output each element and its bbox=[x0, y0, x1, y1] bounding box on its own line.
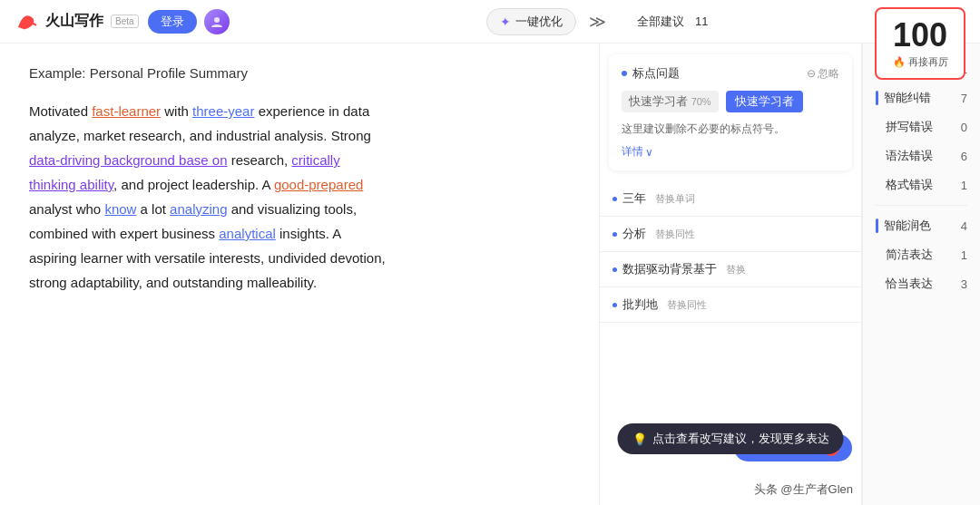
score-subtitle: 🔥 再接再厉 bbox=[893, 55, 948, 69]
right-count-polish: 4 bbox=[961, 219, 967, 233]
card-header: 标点问题 ⊖ 忽略 bbox=[622, 65, 839, 82]
logo-text: 火山写作 bbox=[45, 12, 103, 31]
suggestion-item-tag-3: 替换同性 bbox=[667, 298, 707, 312]
suggestion-item-0[interactable]: 三年 替换单词 bbox=[600, 181, 861, 217]
suggestion-item-tag-0: 替换单词 bbox=[655, 192, 695, 206]
right-panel: 全部建议 11 智能纠错 7 拼写错误 0 语法错误 6 bbox=[862, 44, 980, 505]
word-suggested[interactable]: 快速学习者 bbox=[726, 91, 803, 112]
suggestion-panel: 标点问题 ⊖ 忽略 快速学习者 70% 快速学习者 这里建议删除不必要的标点符号… bbox=[599, 44, 862, 505]
avatar-icon bbox=[210, 15, 224, 29]
highlight-analyzing: analyzing bbox=[170, 201, 227, 217]
suggestion-item-3[interactable]: 批判地 替换同性 bbox=[600, 287, 861, 323]
right-label-grammar: 语法错误 bbox=[886, 148, 933, 164]
highlight-three-year: three-year bbox=[192, 103, 254, 119]
login-button[interactable]: 登录 bbox=[148, 10, 197, 34]
dot-small-icon bbox=[612, 197, 617, 201]
logo-area: 火山写作 Beta bbox=[15, 9, 139, 34]
dot-small-icon-2 bbox=[612, 267, 617, 272]
right-label-format: 格式错误 bbox=[886, 177, 933, 193]
card-detail-button[interactable]: 详情 ∨ bbox=[622, 144, 839, 160]
editor-panel: Example: Personal Profile Summary Motiva… bbox=[0, 44, 599, 505]
fire-icon: 🔥 bbox=[893, 56, 906, 68]
score-box: 100 🔥 再接再厉 bbox=[875, 7, 965, 80]
right-label-spell: 拼写错误 bbox=[886, 119, 933, 135]
suggestion-item-text-3: 批判地 bbox=[622, 296, 658, 313]
right-bar-icon-2 bbox=[876, 219, 878, 233]
right-item-spell[interactable]: 拼写错误 0 bbox=[863, 112, 980, 141]
highlight-good-prepared: good-prepared bbox=[274, 177, 363, 192]
suggestion-item-1[interactable]: 分析 替换同性 bbox=[600, 217, 861, 252]
navbar: 火山写作 Beta 登录 ✦ 一键优化 ≫ 全部建议 11 100 🔥 再接再厉 bbox=[0, 0, 980, 44]
right-label-smart: 智能纠错 bbox=[884, 90, 931, 106]
optimize-button[interactable]: ✦ 一键优化 bbox=[486, 8, 576, 35]
word-original: 快速学习者 70% bbox=[622, 91, 719, 112]
right-count-grammar: 6 bbox=[961, 150, 967, 163]
suggestion-item-tag-2: 替换 bbox=[726, 263, 746, 277]
card-type: 标点问题 bbox=[632, 65, 680, 82]
right-label-proper: 恰当表达 bbox=[886, 276, 933, 292]
beta-badge: Beta bbox=[111, 15, 139, 28]
right-item-polish[interactable]: 智能润色 4 bbox=[863, 211, 980, 240]
logo-icon bbox=[15, 9, 40, 34]
highlight-data-driving: data-driving background base on bbox=[29, 152, 227, 168]
right-count-proper: 3 bbox=[961, 277, 967, 291]
watermark: 头条 @生产者Glen bbox=[754, 481, 853, 498]
right-item-concise[interactable]: 简洁表达 1 bbox=[863, 240, 980, 269]
dot-small-icon-3 bbox=[612, 303, 617, 307]
suggestions-count: 11 bbox=[695, 15, 708, 28]
highlight-analytical: analytical bbox=[219, 226, 276, 241]
right-count-spell: 0 bbox=[961, 121, 967, 134]
right-divider bbox=[876, 205, 967, 206]
main-content: Example: Personal Profile Summary Motiva… bbox=[0, 44, 980, 505]
right-item-format[interactable]: 格式错误 1 bbox=[863, 170, 980, 199]
nav-center: ✦ 一键优化 ≫ 全部建议 11 bbox=[230, 8, 965, 35]
suggestions-label: 全部建议 bbox=[637, 14, 684, 30]
bulb-icon: 💡 bbox=[632, 432, 647, 446]
right-item-grammar[interactable]: 语法错误 6 bbox=[863, 141, 980, 170]
suggestion-item-2[interactable]: 数据驱动背景基于 替换 bbox=[600, 252, 861, 287]
right-label-polish: 智能润色 bbox=[884, 218, 931, 234]
card-desc: 这里建议删除不必要的标点符号。 bbox=[622, 121, 839, 137]
more-button[interactable]: ≫ bbox=[583, 12, 612, 32]
highlight-fast-learner: fast-learner bbox=[92, 103, 161, 119]
suggestion-item-tag-1: 替换同性 bbox=[655, 228, 695, 241]
card-header-left: 标点问题 bbox=[622, 65, 680, 82]
star-icon: ✦ bbox=[500, 15, 511, 29]
right-count-concise: 1 bbox=[961, 248, 967, 262]
right-label-concise: 简洁表达 bbox=[886, 247, 933, 263]
suggestion-item-text-1: 分析 bbox=[622, 226, 646, 242]
doc-title: Example: Personal Profile Summary bbox=[29, 65, 570, 81]
dot-icon bbox=[622, 71, 627, 76]
suggestion-item-text-0: 三年 bbox=[622, 190, 646, 207]
doc-body[interactable]: Motivated fast-learner with three-year e… bbox=[29, 99, 570, 295]
suggestion-card: 标点问题 ⊖ 忽略 快速学习者 70% 快速学习者 这里建议删除不必要的标点符号… bbox=[609, 54, 852, 170]
svg-point-0 bbox=[214, 17, 220, 23]
right-count-format: 1 bbox=[961, 179, 967, 192]
score-number: 100 bbox=[893, 19, 947, 52]
word-options: 快速学习者 70% 快速学习者 bbox=[622, 91, 839, 112]
tooltip-popup: 💡 点击查看改写建议，发现更多表达 bbox=[618, 423, 844, 454]
dot-small-icon-1 bbox=[612, 232, 617, 237]
suggestion-item-text-2: 数据驱动背景基于 bbox=[622, 261, 717, 277]
ignore-button[interactable]: ⊖ 忽略 bbox=[807, 66, 839, 82]
highlight-know: know bbox=[104, 201, 136, 217]
right-item-smart-correct[interactable]: 智能纠错 7 bbox=[863, 83, 980, 112]
avatar[interactable] bbox=[204, 9, 230, 34]
right-item-proper[interactable]: 恰当表达 3 bbox=[863, 269, 980, 298]
right-count-smart: 7 bbox=[961, 92, 967, 105]
right-bar-icon bbox=[876, 91, 878, 105]
